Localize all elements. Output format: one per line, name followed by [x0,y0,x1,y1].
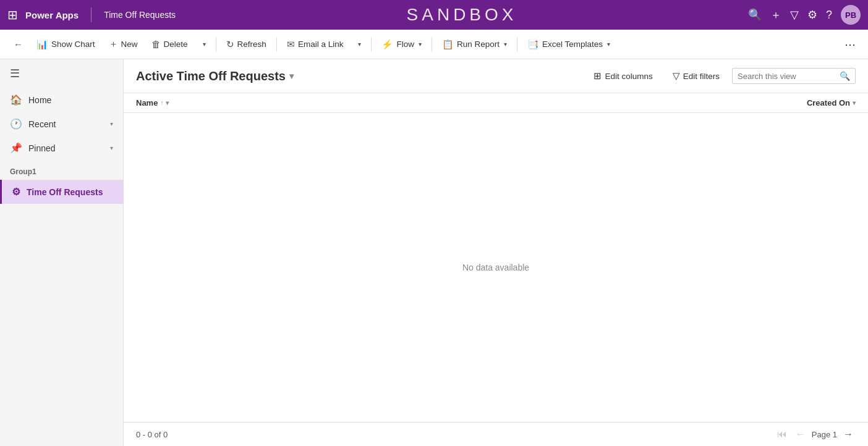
time-off-icon: ⚙ [12,186,20,198]
cmd-separator-4 [432,37,432,52]
sort-dropdown-icon[interactable]: ▾ [166,99,169,106]
recent-chevron-icon: ▾ [110,120,113,127]
view-header-right: ⊞ Edit columns ▽ Edit filters 🔍 [586,67,856,85]
search-icon[interactable]: 🔍 [748,8,762,22]
main-layout: ☰ 🏠 Home 🕐 Recent ▾ 📌 Pinned ▾ Group1 ⚙ … [0,59,868,446]
pinned-icon: 📌 [10,142,22,154]
sidebar-group-label: Group1 [0,160,123,180]
flow-chevron-icon: ▾ [419,41,422,48]
page-label: Page 1 [812,430,837,439]
expand-chevron-icon: ▾ [203,41,206,48]
more-options-button[interactable]: ⋯ [840,34,861,55]
view-header: Active Time Off Requests ▾ ⊞ Edit column… [124,59,868,93]
view-title: Active Time Off Requests ▾ [136,69,294,83]
cmd-separator-5 [517,37,517,52]
expand-button[interactable]: ▾ [195,33,212,56]
run-report-icon: 📋 [442,39,454,50]
cmd-separator-3 [371,37,372,52]
top-bar-page-name: Time Off Requests [104,10,176,20]
back-icon: ← [14,39,23,49]
edit-columns-button[interactable]: ⊞ Edit columns [586,67,660,85]
grid-header: Name ↑ ▾ Created On ▾ [124,93,868,113]
avatar[interactable]: PB [841,5,861,25]
col-header-created-on[interactable]: Created On ▾ [807,98,856,107]
edit-filters-icon: ▽ [673,70,680,82]
email-icon: ✉ [287,39,295,50]
excel-templates-button[interactable]: 📑 Excel Templates ▾ [521,33,616,56]
run-report-button[interactable]: 📋 Run Report ▾ [436,33,513,56]
app-name: Power Apps [25,10,79,20]
grid-footer: 0 - 0 of 0 ⏮ ← Page 1 → [124,422,868,446]
show-chart-button[interactable]: 📊 Show Chart [30,33,101,56]
command-bar: ← 📊 Show Chart ＋ New 🗑 Delete ▾ ↻ Refres… [0,30,868,59]
run-report-chevron-icon: ▾ [504,41,507,48]
flow-icon: ⚡ [381,39,393,50]
email-expand-button[interactable]: ▾ [351,33,367,56]
no-data-message: No data available [462,263,529,272]
filter-icon[interactable]: ▽ [790,8,799,22]
content-area: Active Time Off Requests ▾ ⊞ Edit column… [124,59,868,446]
refresh-button[interactable]: ↻ Refresh [220,33,273,56]
grid-menu-icon[interactable]: ⊞ [7,7,18,22]
cmd-separator-2 [276,37,277,52]
excel-icon: 📑 [527,39,539,50]
sandbox-title: SANDBOX [407,5,517,25]
next-page-button[interactable]: → [841,427,856,441]
add-icon[interactable]: ＋ [770,7,781,22]
settings-icon[interactable]: ⚙ [807,8,817,22]
new-button[interactable]: ＋ New [103,33,144,56]
recent-icon: 🕐 [10,118,22,130]
sidebar-item-pinned[interactable]: 📌 Pinned ▾ [0,136,123,160]
sidebar: ☰ 🏠 Home 🕐 Recent ▾ 📌 Pinned ▾ Group1 ⚙ … [0,59,124,446]
email-link-button[interactable]: ✉ Email a Link [281,33,350,56]
excel-chevron-icon: ▾ [607,41,610,48]
home-icon: 🏠 [10,94,22,106]
delete-icon: 🗑 [151,39,161,49]
sidebar-nav: 🏠 Home 🕐 Recent ▾ 📌 Pinned ▾ Group1 ⚙ Ti… [0,88,123,204]
chart-icon: 📊 [36,39,48,50]
delete-button[interactable]: 🗑 Delete [145,33,194,56]
col-header-name[interactable]: Name ↑ ▾ [136,98,807,107]
created-sort-icon: ▾ [853,99,856,106]
search-magnify-icon: 🔍 [840,71,850,81]
new-icon: ＋ [109,38,118,50]
first-page-button[interactable]: ⏮ [775,427,789,441]
pinned-chevron-icon: ▾ [110,145,113,151]
top-bar: ⊞ Power Apps Time Off Requests SANDBOX 🔍… [0,0,868,30]
back-button[interactable]: ← [7,33,29,56]
flow-button[interactable]: ⚡ Flow ▾ [375,33,428,56]
help-icon[interactable]: ? [826,9,832,22]
search-input[interactable] [738,72,836,81]
top-bar-divider [91,7,91,22]
sidebar-item-time-off-requests[interactable]: ⚙ Time Off Requests [0,180,123,204]
sidebar-item-recent[interactable]: 🕐 Recent ▾ [0,112,123,136]
record-count: 0 - 0 of 0 [136,430,168,439]
sidebar-toggle[interactable]: ☰ [0,59,123,88]
email-expand-icon: ▾ [358,41,361,48]
refresh-icon: ↻ [226,39,234,50]
search-box[interactable]: 🔍 [732,68,856,84]
view-title-chevron-icon[interactable]: ▾ [289,71,294,81]
grid-content: No data available [124,113,868,422]
edit-columns-icon: ⊞ [594,70,602,82]
prev-page-button[interactable]: ← [793,427,808,441]
sort-asc-icon: ↑ [160,99,163,106]
edit-filters-button[interactable]: ▽ Edit filters [665,67,727,85]
pagination: ⏮ ← Page 1 → [775,427,856,441]
cmd-separator-1 [216,37,216,52]
sidebar-item-home[interactable]: 🏠 Home [0,88,123,112]
